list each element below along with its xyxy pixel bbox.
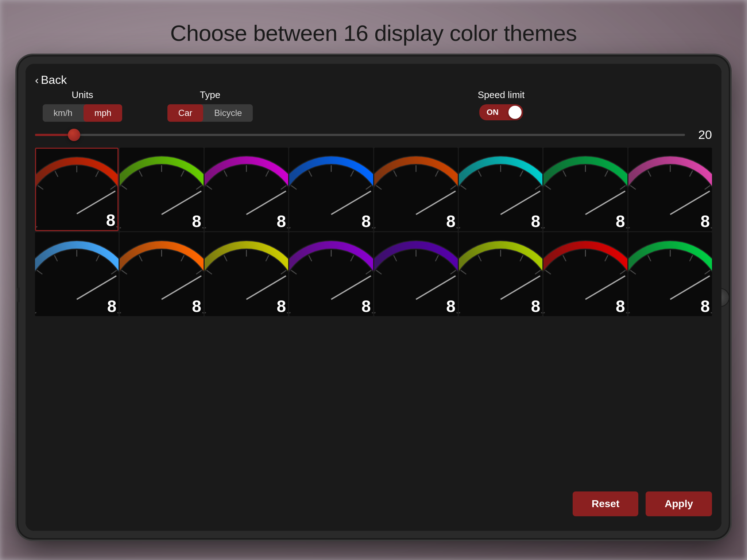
ipad-side-button	[17, 288, 20, 302]
theme-speed-5: 8	[446, 213, 456, 230]
theme-speed-4: 8	[361, 213, 371, 230]
slider-track[interactable]	[35, 134, 685, 136]
theme-speed-12: 8	[361, 298, 371, 315]
theme-speed-1: 8	[106, 212, 116, 229]
type-label: Type	[200, 89, 220, 101]
type-car-btn[interactable]: Car	[167, 104, 204, 122]
speed-limit-control: Speed limit ON	[290, 89, 712, 120]
theme-item-13[interactable]: 8	[374, 232, 458, 316]
ipad-screen: ‹ Back Units km/h mph Type Car	[26, 64, 721, 531]
units-control: Units km/h mph	[35, 89, 130, 122]
reset-button[interactable]: Reset	[573, 491, 638, 516]
slider-thumb[interactable]	[68, 129, 80, 141]
speed-limit-toggle[interactable]: ON	[479, 104, 523, 120]
theme-speed-8: 8	[700, 213, 710, 230]
speed-limit-row: ON	[479, 104, 523, 120]
controls-row: Units km/h mph Type Car Bicycle	[35, 89, 712, 122]
units-segmented: km/h mph	[43, 104, 123, 122]
speed-limit-label: Speed limit	[478, 89, 525, 101]
theme-item-10[interactable]: 8	[120, 232, 203, 316]
slider-value: 20	[694, 128, 712, 142]
theme-speed-16: 8	[700, 298, 710, 315]
theme-grid: 8888888888888888	[35, 148, 712, 316]
theme-speed-3: 8	[277, 213, 286, 230]
theme-speed-10: 8	[192, 298, 201, 315]
theme-speed-2: 8	[192, 213, 201, 230]
apply-button[interactable]: Apply	[646, 491, 712, 516]
theme-item-4[interactable]: 8	[289, 148, 373, 231]
theme-speed-13: 8	[446, 298, 456, 315]
units-label: Units	[71, 89, 93, 101]
toggle-on-text: ON	[481, 108, 499, 117]
type-segmented: Car Bicycle	[167, 104, 253, 122]
type-control: Type Car Bicycle	[159, 89, 261, 122]
theme-item-8[interactable]: 8	[628, 148, 712, 231]
theme-speed-6: 8	[531, 213, 541, 230]
type-bicycle-btn[interactable]: Bicycle	[203, 104, 253, 122]
theme-item-11[interactable]: 8	[205, 232, 288, 316]
units-mph-btn[interactable]: mph	[84, 104, 123, 122]
theme-item-5[interactable]: 8	[374, 148, 458, 231]
theme-item-16[interactable]: 8	[628, 232, 712, 316]
theme-item-1[interactable]: 8	[35, 148, 119, 231]
theme-speed-14: 8	[531, 298, 541, 315]
theme-item-6[interactable]: 8	[459, 148, 542, 231]
theme-speed-15: 8	[616, 298, 625, 315]
theme-speed-7: 8	[616, 213, 625, 230]
toggle-knob	[508, 106, 522, 119]
theme-item-2[interactable]: 8	[120, 148, 203, 231]
ipad-frame: ‹ Back Units km/h mph Type Car	[18, 57, 729, 538]
units-kmh-btn[interactable]: km/h	[43, 104, 84, 122]
app-content: ‹ Back Units km/h mph Type Car	[26, 64, 721, 531]
theme-item-9[interactable]: 8	[35, 232, 119, 316]
theme-item-12[interactable]: 8	[289, 232, 373, 316]
theme-item-15[interactable]: 8	[543, 232, 627, 316]
theme-item-14[interactable]: 8	[459, 232, 542, 316]
back-button[interactable]: ‹ Back	[35, 73, 67, 87]
theme-item-3[interactable]: 8	[205, 148, 288, 231]
back-chevron-icon: ‹	[35, 74, 39, 86]
theme-item-7[interactable]: 8	[543, 148, 627, 231]
page-title: Choose between 16 display color themes	[0, 20, 747, 46]
theme-speed-9: 8	[107, 298, 117, 315]
back-label: Back	[41, 73, 67, 87]
slider-row: 20	[35, 128, 712, 142]
bottom-buttons: Reset Apply	[573, 491, 712, 516]
theme-speed-11: 8	[277, 298, 286, 315]
